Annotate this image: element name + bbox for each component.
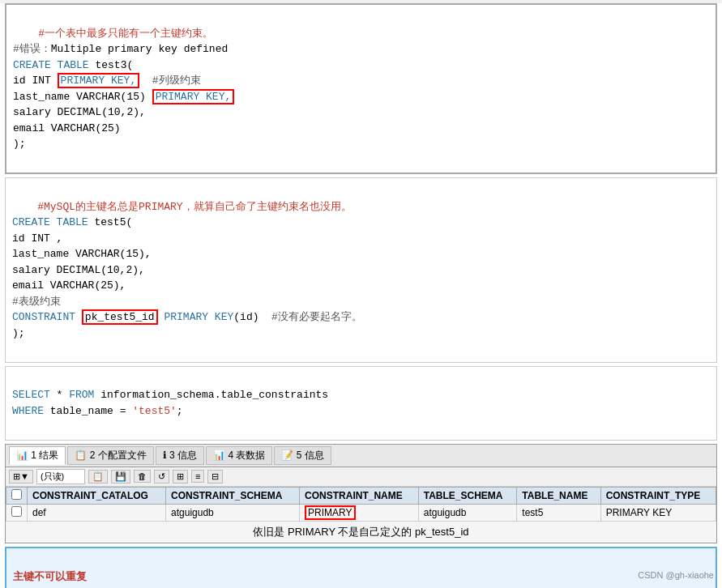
section1-pk2-highlight: PRIMARY KEY, — [152, 89, 235, 104]
db-tab-info[interactable]: ℹ 3 信息 — [156, 446, 204, 465]
cell-schema: atguigudb — [166, 504, 300, 521]
cell-table-schema: atguigudb — [418, 504, 517, 521]
tab3-label: 3 信息 — [169, 450, 197, 461]
tab4-label: 4 表数据 — [228, 450, 265, 461]
tab5-icon: 📝 — [281, 450, 293, 461]
db-panel: 📊 1 结果 📋 2 个配置文件 ℹ 3 信息 📊 4 表数据 📝 5 信息 ⊞… — [5, 444, 717, 543]
select-all-checkbox[interactable] — [11, 489, 22, 500]
tab1-label: 1 结果 — [31, 450, 58, 461]
section1-error-comment: #错误：Multiple primary key defined — [13, 43, 228, 55]
toolbar-btn-table2[interactable]: ≡ — [191, 470, 204, 483]
tab2-icon: 📋 — [75, 450, 87, 461]
col-header-table-name: TABLE_NAME — [517, 487, 600, 504]
result-note: 依旧是 PRIMARY 不是自己定义的 pk_test5_id — [6, 522, 716, 543]
col-header-checkbox — [6, 487, 28, 504]
main-container: #一个表中最多只能有一个主键约束。 #错误：Multiple primary k… — [0, 3, 722, 588]
toolbar-btn-refresh[interactable]: ↺ — [154, 470, 169, 484]
section1-create: CREATE TABLE — [13, 59, 89, 71]
toolbar-btn-table1[interactable]: ⊞ — [173, 470, 188, 484]
code-block-section3: SELECT * FROM information_schema.table_c… — [5, 366, 717, 441]
toolbar-btn-copy[interactable]: 📋 — [88, 470, 108, 484]
cell-type: PRIMARY KEY — [600, 504, 716, 521]
code-block-section1: #一个表中最多只能有一个主键约束。 #错误：Multiple primary k… — [5, 3, 717, 174]
row-select-checkbox[interactable] — [11, 506, 22, 517]
cell-catalog: def — [28, 504, 166, 521]
toolbar-btn-table3[interactable]: ⊟ — [207, 470, 223, 484]
col-header-name: CONSTRAINT_NAME — [300, 487, 419, 504]
db-tab-info2[interactable]: 📝 5 信息 — [274, 446, 331, 465]
watermark: CSDN @gh-xiaohe — [638, 570, 714, 580]
toolbar-btn-grid[interactable]: ⊞▼ — [9, 470, 33, 484]
col-header-catalog: CONSTRAINT_CATALOG — [28, 487, 166, 504]
tab2-label: 2 个配置文件 — [90, 450, 147, 461]
db-tabs: 📊 1 结果 📋 2 个配置文件 ℹ 3 信息 📊 4 表数据 📝 5 信息 — [6, 445, 716, 467]
cell-table-name: test5 — [517, 504, 600, 521]
cell-constraint-name: PRIMARY — [300, 504, 419, 521]
tab5-label: 5 信息 — [297, 450, 324, 461]
db-tab-results[interactable]: 📊 1 结果 — [9, 446, 66, 465]
section2-comment: #MySQL的主键名总是PRIMARY，就算自己命了主键约束名也没用。 — [37, 201, 351, 213]
toolbar-readonly[interactable]: (只读) — [36, 469, 85, 484]
toolbar-btn-export[interactable]: 💾 — [111, 470, 130, 484]
section1-pk1-highlight: PRIMARY KEY, — [58, 73, 140, 88]
tab3-icon: ℹ — [163, 450, 167, 461]
toolbar-btn-delete[interactable]: 🗑 — [134, 470, 151, 483]
section4-title1: 主键不可以重复 — [13, 571, 87, 583]
col-header-type: CONSTRAINT_TYPE — [600, 487, 716, 504]
db-toolbar: ⊞▼ (只读) 📋 💾 🗑 ↺ ⊞ ≡ ⊟ — [6, 467, 716, 487]
col-header-schema: CONSTRAINT_SCHEMA — [166, 487, 300, 504]
row-checkbox — [6, 504, 28, 521]
section2-constraint-keyword: CONSTRAINT — [12, 311, 75, 323]
section2-constraint-name: pk_test5_id — [82, 309, 158, 325]
tab1-icon: 📊 — [16, 450, 28, 461]
code-block-section4: 主键不可以重复 #错误：Duplicate entry '1' for key … — [5, 547, 717, 589]
code-block-section2: #MySQL的主键名总是PRIMARY，就算自己命了主键约束名也没用。 CREA… — [5, 177, 717, 363]
table-row: def atguigudb PRIMARY atguigudb test5 PR… — [6, 504, 716, 521]
db-tab-tabledata[interactable]: 📊 4 表数据 — [206, 446, 272, 465]
section1-title-comment: #一个表中最多只能有一个主键约束。 — [38, 28, 213, 40]
tab4-icon: 📊 — [213, 450, 225, 461]
col-header-table-schema: TABLE_SCHEMA — [418, 487, 517, 504]
db-tab-profiles[interactable]: 📋 2 个配置文件 — [67, 446, 153, 465]
db-result-table: CONSTRAINT_CATALOG CONSTRAINT_SCHEMA CON… — [6, 487, 716, 522]
